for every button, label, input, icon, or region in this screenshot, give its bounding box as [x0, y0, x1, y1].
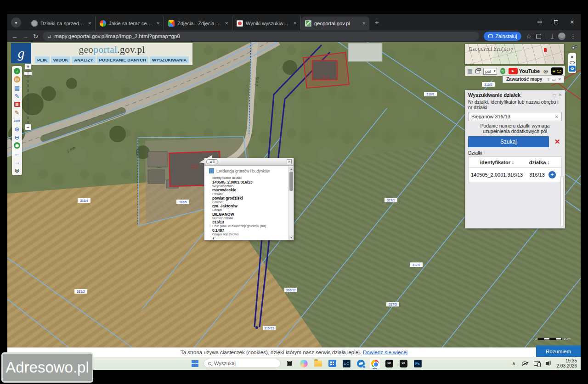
file-explorer-button[interactable] — [312, 358, 323, 369]
close-window-button[interactable]: ✕ — [570, 19, 574, 25]
next-extent-icon[interactable]: → — [13, 158, 21, 166]
add-parcel-button[interactable]: + — [548, 171, 556, 178]
map-red-layer-icon[interactable]: ▦ — [13, 100, 21, 108]
measure-icon[interactable]: ✎ — [13, 109, 21, 116]
cookie-link[interactable]: Dowiedz się więcej — [363, 350, 407, 355]
sort-icon[interactable]: ▲▼ — [512, 161, 514, 164]
legend-icon[interactable]: ▦ — [467, 68, 472, 74]
restore-icon[interactable]: ▭ — [552, 77, 556, 82]
taskbar-search[interactable]: Wyszukaj — [204, 359, 281, 368]
table-row[interactable]: 140505_2.0001.316/13 316/13 + — [469, 168, 561, 182]
minimize-panel-icon[interactable]: ▭ — [552, 93, 556, 97]
cookie-accept-button[interactable]: Rozumiem — [536, 345, 581, 357]
store-button[interactable] — [327, 358, 338, 369]
refresh-icon[interactable]: ↻ — [500, 68, 505, 74]
close-icon[interactable]: ✕ — [225, 21, 228, 26]
tab-4[interactable]: Wyniki wyszukiwania dla „Biega ✕ — [233, 17, 301, 30]
map-note-icon[interactable]: ✎ — [13, 92, 21, 100]
coordinates-icon[interactable]: 2005 — [13, 117, 21, 124]
xppen-button[interactable]: XP — [384, 358, 395, 369]
maximize-button[interactable] — [554, 20, 558, 24]
dot-icon[interactable] — [571, 56, 573, 58]
back-icon[interactable]: ← — [12, 33, 18, 40]
locate-tool-icon[interactable]: ◎ — [13, 76, 21, 83]
geoportal-logo[interactable]: g — [11, 43, 31, 63]
help-icon[interactable]: ? — [547, 77, 549, 82]
thunderbird-button[interactable] — [355, 358, 366, 369]
map-viewport[interactable]: j. mb. j. mb. 315/4 316/5 316/6 316/12 3… — [7, 42, 581, 357]
zoom-handle[interactable]: ☰ — [24, 72, 32, 76]
scroll-thumb[interactable] — [289, 172, 293, 191]
site-info-icon[interactable]: ⇄ — [47, 34, 51, 39]
tab-active-geoportal[interactable]: geoportal.gov.pl ✕ — [301, 17, 369, 30]
chrome-button[interactable] — [369, 358, 380, 369]
back-list-button[interactable]: ◀ ☰ — [206, 159, 218, 164]
zoom-in-tool-icon[interactable]: ⊕ — [13, 125, 21, 133]
privacy-eye-icon[interactable] — [522, 362, 528, 365]
menu-wyszukiwania[interactable]: WYSZUKIWANIA — [150, 56, 189, 63]
column-dzialka[interactable]: działka ▲▼ — [526, 160, 553, 165]
search-button[interactable]: Szukaj — [468, 136, 549, 147]
globe-icon[interactable]: ◉ — [13, 142, 21, 149]
scroll-up-icon[interactable]: ▲ — [289, 167, 294, 171]
language-select[interactable]: pol ▾ — [483, 68, 497, 75]
print-icon[interactable] — [475, 69, 480, 73]
downloads-icon[interactable]: ↓ — [551, 33, 554, 39]
xppen-button-2[interactable]: XP — [398, 358, 409, 369]
close-icon[interactable]: ✕ — [88, 21, 91, 26]
tray-chevron-icon[interactable]: ∧ — [512, 361, 515, 367]
install-button[interactable]: Zainstaluj — [484, 32, 521, 41]
sort-icon[interactable]: ▲▼ — [547, 161, 549, 164]
bookmark-star-icon[interactable]: ☆ — [526, 33, 531, 40]
popup-titlebar[interactable]: ◀ ☰ ✕ — [204, 158, 294, 166]
popup-scrollbar[interactable]: ▲ ▼ — [288, 167, 293, 240]
photoshop-button[interactable]: Ps — [412, 358, 423, 369]
previous-extent-icon[interactable]: ← — [13, 150, 21, 157]
close-icon[interactable]: ✕ — [156, 21, 160, 26]
menu-analizy[interactable]: ANALIZY — [72, 56, 95, 63]
tab-3[interactable]: Zdjęcia - Zdjęcia Google ✕ — [164, 17, 232, 30]
youtube-button[interactable]: ▶ YouTube — [509, 68, 540, 74]
task-view-button[interactable] — [284, 358, 295, 369]
url-field[interactable]: ⇄ mapy.geoportal.gov.pl/imap/Imgp_2.html… — [43, 32, 479, 41]
close-icon[interactable]: ✕ — [362, 21, 366, 26]
profile-avatar[interactable] — [558, 33, 565, 40]
forward-icon[interactable]: → — [23, 33, 28, 40]
new-tab-button[interactable]: + — [375, 18, 379, 26]
overview-map[interactable]: Geoportal krajowy — [465, 44, 564, 64]
extensions-icon[interactable] — [536, 34, 541, 39]
zoom-out-button[interactable]: − — [25, 124, 31, 130]
column-identyfikator[interactable]: identyfikator ▲▼ — [469, 160, 526, 165]
network-display-icon[interactable] — [534, 361, 540, 366]
attribute-table-icon[interactable]: ▦ — [13, 84, 21, 91]
lightroom-button[interactable]: LrC — [341, 358, 352, 369]
clear-input-icon[interactable]: ✕ — [552, 114, 561, 119]
cancel-search-icon[interactable]: ✕ — [554, 138, 560, 146]
settings-wheel-icon[interactable]: ⊛ — [543, 68, 548, 75]
eye-selected-icon[interactable] — [569, 66, 576, 72]
browser-menu-icon[interactable]: ⋮ — [570, 33, 576, 40]
clear-selection-icon[interactable]: ⊗ — [13, 167, 21, 174]
parcel-search-input[interactable] — [469, 114, 552, 119]
zoom-in-button[interactable]: + — [25, 63, 31, 70]
menu-pobieranie-danych[interactable]: POBIERANIE DANYCH — [97, 56, 148, 63]
map-contents-bar[interactable]: Zawartość mapy ? ▭ ✕ — [503, 75, 564, 83]
close-icon[interactable]: ✕ — [293, 21, 297, 26]
eye-outline-icon[interactable] — [570, 61, 575, 64]
zoom-out-tool-icon[interactable]: ⊖ — [13, 134, 21, 141]
info-tool-icon[interactable]: i — [13, 67, 21, 75]
tab-search-button[interactable]: ▾ — [11, 17, 21, 28]
close-icon[interactable]: ✕ — [558, 77, 561, 82]
zoom-track[interactable] — [28, 71, 28, 124]
scroll-down-icon[interactable]: ▼ — [289, 235, 294, 240]
copilot-button[interactable] — [298, 358, 309, 369]
contrast-toggle[interactable]: + — [551, 67, 563, 75]
reload-icon[interactable]: ↻ — [33, 33, 38, 40]
close-panel-icon[interactable]: ✕ — [558, 93, 562, 97]
tab-2[interactable]: Jakie sa teraz ceny działek budo ✕ — [96, 17, 164, 30]
start-button[interactable] — [189, 358, 200, 369]
gears-icon[interactable] — [571, 45, 579, 51]
close-popup-icon[interactable]: ✕ — [287, 159, 292, 164]
tab-1[interactable]: Działki na sprzedaż Bieganów - ✕ — [28, 17, 96, 30]
taskbar-clock[interactable]: 19:35 2.03.2026 — [557, 358, 577, 368]
